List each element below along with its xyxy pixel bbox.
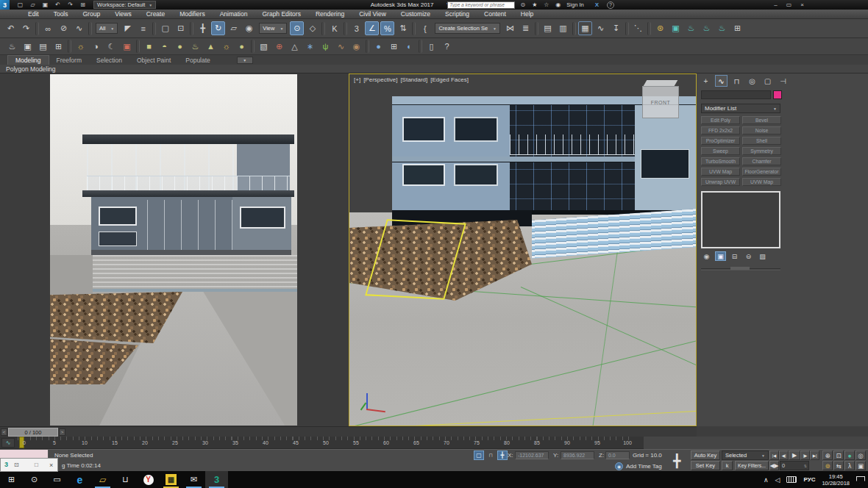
viewport-menu-plus[interactable]: [+] bbox=[354, 76, 360, 83]
toggle-layer-explorer-icon[interactable]: ▥ bbox=[556, 21, 570, 35]
undo-icon[interactable]: ↶ bbox=[4, 21, 18, 35]
key-mode-toggle-button[interactable]: ◀▶ bbox=[769, 461, 779, 470]
moon-icon[interactable]: ☾ bbox=[104, 40, 118, 54]
teapot-primitive-icon[interactable]: ♨ bbox=[188, 40, 202, 54]
polygon-modeling-panel[interactable]: Polygon Modeling bbox=[0, 65, 868, 73]
current-frame-field[interactable]: 0 ⇅ bbox=[780, 461, 809, 470]
object-name-field[interactable] bbox=[701, 90, 771, 99]
menu-item[interactable]: Customize bbox=[394, 10, 438, 19]
modifier-button[interactable]: Sweep bbox=[701, 147, 740, 155]
angle-snap-icon[interactable]: ∠ bbox=[365, 21, 379, 35]
rendered-frame-window-icon[interactable]: ♨ bbox=[684, 21, 698, 35]
next-frame-button[interactable]: |▶ bbox=[800, 451, 810, 460]
remove-modifier-icon[interactable]: ⊖ bbox=[743, 251, 754, 261]
lattice-icon[interactable]: △ bbox=[288, 40, 302, 54]
array-icon[interactable]: ⋱ bbox=[631, 21, 645, 35]
material-editor-icon[interactable]: ⊛ bbox=[653, 21, 667, 35]
modifier-button[interactable]: UVW Map bbox=[742, 178, 781, 186]
menu-item[interactable]: Civil View bbox=[352, 10, 394, 19]
spinner-snap-icon[interactable]: ⇅ bbox=[396, 21, 410, 35]
camera-icon[interactable]: ▣ bbox=[120, 40, 134, 54]
viewcube[interactable]: FRONT bbox=[642, 86, 679, 118]
unlink-selection-icon[interactable]: ⊘ bbox=[57, 21, 71, 35]
menu-item[interactable]: Graph Editors bbox=[255, 10, 307, 19]
search-input[interactable] bbox=[447, 1, 515, 9]
molecule-icon[interactable]: ⊕ bbox=[272, 40, 286, 54]
pan-icon[interactable]: ⇆ bbox=[833, 461, 844, 470]
spinner-arrows-icon[interactable]: ⇅ bbox=[804, 464, 807, 468]
keyboard-shortcut-override-icon[interactable]: K bbox=[327, 21, 341, 35]
app-yellow-icon[interactable]: ▦ bbox=[160, 471, 182, 488]
named-selection-sets-field[interactable]: Create Selection Se ▼ bbox=[435, 23, 500, 34]
rock-icon[interactable]: ◉ bbox=[349, 40, 363, 54]
select-and-place-icon[interactable]: ◉ bbox=[242, 21, 256, 35]
hidden-icons-chevron[interactable]: ∧ bbox=[764, 476, 769, 484]
help-icon[interactable]: ? bbox=[440, 40, 454, 54]
edit-named-selection-sets-icon[interactable]: { bbox=[418, 21, 432, 35]
x-coordinate-field[interactable]: -12102.637 bbox=[515, 451, 549, 459]
modifier-button[interactable]: FloorGenerator bbox=[742, 168, 781, 176]
hair-icon[interactable]: ∿ bbox=[334, 40, 348, 54]
state-sets-icon[interactable]: ⊞ bbox=[730, 21, 744, 35]
open-mini-curve-editor-icon[interactable]: ∿ bbox=[1, 438, 15, 448]
reference-coordinate-dropdown[interactable]: View ▼ bbox=[259, 23, 287, 34]
menu-item[interactable]: Scripting bbox=[438, 10, 477, 19]
modifier-button[interactable]: TurboSmooth bbox=[701, 157, 740, 165]
toggle-scene-explorer-icon[interactable]: ▤ bbox=[541, 21, 555, 35]
window-crossing-icon[interactable]: ⊡ bbox=[174, 21, 188, 35]
minimized-window-titlebar[interactable]: 3 ⊡ □ × bbox=[0, 458, 58, 472]
viewport-edgedfaces-label[interactable]: [Edged Faces] bbox=[430, 76, 469, 83]
data-table-icon[interactable]: ⊞ bbox=[51, 40, 65, 54]
previous-frame-button[interactable]: ◀| bbox=[779, 451, 789, 460]
modifier-button[interactable]: Edit Poly bbox=[701, 116, 740, 124]
select-and-link-icon[interactable]: ∞ bbox=[41, 21, 55, 35]
menu-item[interactable]: Tools bbox=[46, 10, 76, 19]
ribbon-tab[interactable]: Modeling bbox=[7, 55, 49, 65]
clipboard-icon[interactable]: ⊞ bbox=[387, 40, 401, 54]
show-end-result-icon[interactable]: ▣ bbox=[715, 251, 726, 261]
sphere-primitive-icon[interactable]: ● bbox=[173, 40, 187, 54]
help-icon[interactable]: ? bbox=[607, 1, 614, 9]
undo-icon[interactable]: ↶ bbox=[53, 1, 63, 9]
isolate-selection-icon[interactable]: ▢ bbox=[474, 451, 484, 460]
auto-key-button[interactable]: Auto Key bbox=[691, 451, 720, 460]
save-file-icon[interactable]: ▣ bbox=[40, 1, 50, 9]
key-filters-button[interactable]: Key Filters... bbox=[735, 461, 769, 470]
render-production-icon[interactable]: ♨ bbox=[700, 21, 714, 35]
schematic-view-icon[interactable]: ↧ bbox=[609, 21, 623, 35]
touch-keyboard-icon[interactable] bbox=[786, 476, 797, 483]
open-file-icon[interactable]: ▱ bbox=[28, 1, 38, 9]
modifier-button[interactable]: Symmetry bbox=[742, 147, 781, 155]
redo-icon[interactable]: ↷ bbox=[65, 1, 75, 9]
speaker-icon[interactable]: ◁ bbox=[775, 476, 780, 484]
next-frame-arrow[interactable]: > bbox=[59, 428, 65, 436]
make-unique-icon[interactable]: ⊟ bbox=[729, 251, 740, 261]
restore-button[interactable]: ▭ bbox=[786, 1, 792, 8]
a360-icon[interactable]: X bbox=[595, 1, 599, 8]
time-config-icon[interactable]: ⊚ bbox=[822, 461, 833, 470]
menu-item[interactable]: Content bbox=[477, 10, 513, 19]
menu-item[interactable]: Animation bbox=[213, 10, 255, 19]
mail-icon[interactable]: ✉ bbox=[182, 471, 205, 488]
sun-icon[interactable]: ☼ bbox=[219, 40, 233, 54]
store-icon[interactable]: ⊔ bbox=[114, 471, 137, 488]
use-pivot-center-icon[interactable]: ⊙ bbox=[290, 21, 304, 35]
user-icon[interactable]: ◉ bbox=[554, 1, 562, 9]
select-and-rotate-icon[interactable]: ↻ bbox=[211, 21, 225, 35]
perspective-viewport[interactable]: FRONT [+][Perspective][Standard][Edged F… bbox=[349, 73, 697, 426]
geosphere-icon[interactable]: ● bbox=[235, 40, 249, 54]
sign-in-link[interactable]: Sign In bbox=[566, 1, 583, 8]
scatter-flower-icon[interactable]: ∗ bbox=[303, 40, 317, 54]
community-icon[interactable]: ★ bbox=[530, 1, 538, 9]
z-coordinate-field[interactable]: 0.0 bbox=[605, 451, 630, 459]
previous-frame-arrow[interactable]: < bbox=[1, 428, 7, 436]
motion-tab[interactable]: ◎ bbox=[746, 75, 758, 87]
snaps-toggle-3d-icon[interactable]: 3 bbox=[349, 21, 363, 35]
object-color-swatch[interactable] bbox=[773, 90, 782, 99]
set-key-mode-icon[interactable]: k bbox=[722, 461, 733, 470]
workspace-dropdown[interactable]: Workspace: Default ▼ bbox=[93, 1, 156, 9]
key-set-dropdown[interactable]: Selected ▼ bbox=[722, 451, 769, 460]
modifier-button[interactable]: Unwrap UVW bbox=[701, 178, 740, 186]
restore-icon[interactable]: ⊡ bbox=[14, 462, 19, 468]
rectangular-selection-region-icon[interactable]: ▢ bbox=[158, 21, 172, 35]
